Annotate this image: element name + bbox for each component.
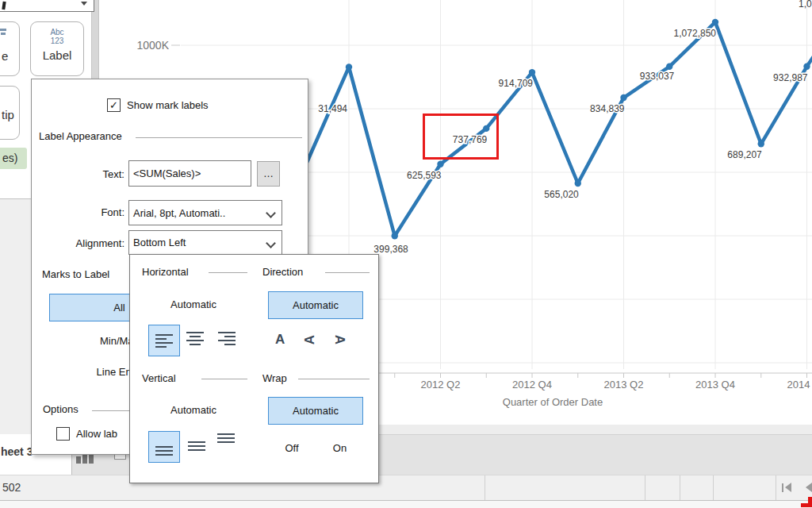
wrap-on-option[interactable]: On (322, 442, 358, 454)
status-mark-count: 502 (2, 481, 21, 494)
label-button[interactable]: Abc 123 Label (30, 21, 84, 76)
x-tick-label: 2013 Q4 (695, 379, 735, 391)
data-point[interactable] (666, 64, 672, 70)
skip-to-first-icon[interactable] (782, 483, 791, 492)
wrap-off-option[interactable]: Off (273, 442, 311, 454)
x-tick-label: 2013 Q2 (604, 379, 644, 391)
left-panel (0, 199, 31, 434)
text-field[interactable]: <SUM(Sales)> (128, 160, 251, 187)
align-left-button-selected[interactable] (148, 325, 180, 356)
size-icon (0, 29, 6, 31)
direction-automatic-button[interactable]: Automatic (268, 291, 363, 319)
show-mark-labels-label: Show mark labels (127, 99, 209, 111)
chevron-down-icon (266, 208, 276, 218)
status-bar: 502 (0, 475, 812, 501)
options-title: Options (43, 403, 79, 415)
tooltip-button-label: tip (2, 108, 14, 121)
highlight-box (423, 114, 499, 160)
data-point[interactable] (620, 94, 626, 101)
previous-icon[interactable] (806, 483, 812, 492)
show-mark-labels-row[interactable]: ✓ Show mark labels (107, 98, 209, 112)
sum-sales-pill[interactable]: es) (0, 148, 27, 169)
align-center-icon[interactable] (186, 332, 204, 345)
size-icon (1, 33, 6, 35)
text-field-label: Text: (32, 168, 124, 180)
abc123-icon: Abc 123 (31, 28, 83, 45)
alignment-dropdown[interactable]: Bottom Left (128, 230, 282, 255)
data-point[interactable] (758, 140, 764, 147)
dropdown-arrow-icon (81, 2, 87, 6)
dropdown-text-fragment (2, 2, 6, 10)
data-label: 625,593 (407, 170, 442, 181)
label-appearance-title: Label Appearance (39, 130, 122, 142)
data-label: 31,494 (318, 103, 347, 114)
data-label-partial: 1,0 (799, 0, 812, 10)
align-left-icon (155, 334, 173, 348)
tableau-window: { "marks_card": { "size_button_fragment"… (0, 0, 812, 508)
direction-title: Direction (262, 266, 303, 278)
text-more-button[interactable]: … (257, 161, 280, 187)
valign-middle-icon[interactable] (188, 437, 205, 455)
wrap-automatic-button[interactable]: Automatic (268, 397, 363, 425)
direction-rotate-right-icon[interactable]: A (331, 335, 347, 344)
allow-overlap-checkbox[interactable] (56, 427, 70, 441)
red-annotation-mark (808, 497, 812, 507)
data-point[interactable] (575, 180, 581, 187)
vertical-title: Vertical (142, 372, 176, 384)
marks-to-label-title: Marks to Label (42, 268, 109, 280)
vertical-automatic-option[interactable]: Automatic (146, 404, 241, 416)
horizontal-title: Horizontal (142, 266, 189, 278)
data-label: 932,987 (773, 72, 808, 83)
size-button-label: e (2, 49, 8, 63)
data-point[interactable] (529, 69, 535, 75)
wrap-title: Wrap (262, 372, 287, 384)
show-mark-labels-checkbox[interactable]: ✓ (107, 98, 121, 112)
data-label: 933,037 (640, 71, 675, 82)
data-label: 1,072,850 (674, 28, 717, 39)
valign-bottom-button-selected[interactable] (148, 431, 180, 463)
alignment-popup: Horizontal Direction Automatic Automatic… (129, 254, 379, 483)
sheet-tab-label: heet 3 (1, 445, 33, 458)
data-point[interactable] (437, 161, 443, 167)
data-point[interactable] (392, 233, 398, 239)
allow-overlap-label: Allow lab (76, 428, 117, 440)
alignment-field-label: Alignment: (32, 237, 124, 249)
data-label: 689,207 (727, 149, 762, 160)
allow-overlap-row[interactable]: Allow lab (56, 427, 117, 441)
direction-rotate-left-icon[interactable]: A (302, 335, 318, 344)
chevron-down-icon (266, 238, 276, 248)
y-tick-label: 1000K (137, 39, 170, 52)
data-label: 914,709 (499, 78, 534, 89)
align-right-icon[interactable] (218, 332, 236, 345)
fit-dropdown[interactable] (0, 0, 94, 12)
x-tick-label: 2012 Q2 (421, 379, 461, 391)
data-point[interactable] (803, 64, 810, 70)
data-point[interactable] (346, 64, 352, 70)
label-button-label: Label (31, 48, 83, 62)
data-label: 565,020 (544, 189, 579, 200)
data-label: 834,839 (590, 103, 625, 114)
x-tick-label: 2014 Q2 (787, 379, 812, 391)
window-bottom-edge (0, 500, 812, 508)
data-point[interactable] (712, 19, 718, 25)
font-field-label: Font: (32, 206, 124, 218)
direction-horizontal-icon[interactable]: A (275, 332, 285, 348)
valign-bottom-icon (155, 438, 173, 456)
font-dropdown[interactable]: Arial, 8pt, Automati.. (128, 200, 282, 225)
sales-line (303, 0, 812, 236)
x-axis-title: Quarter of Order Date (503, 396, 603, 408)
x-tick-label: 2012 Q4 (512, 379, 552, 391)
horizontal-automatic-option[interactable]: Automatic (146, 298, 241, 310)
valign-top-icon[interactable] (217, 433, 235, 451)
